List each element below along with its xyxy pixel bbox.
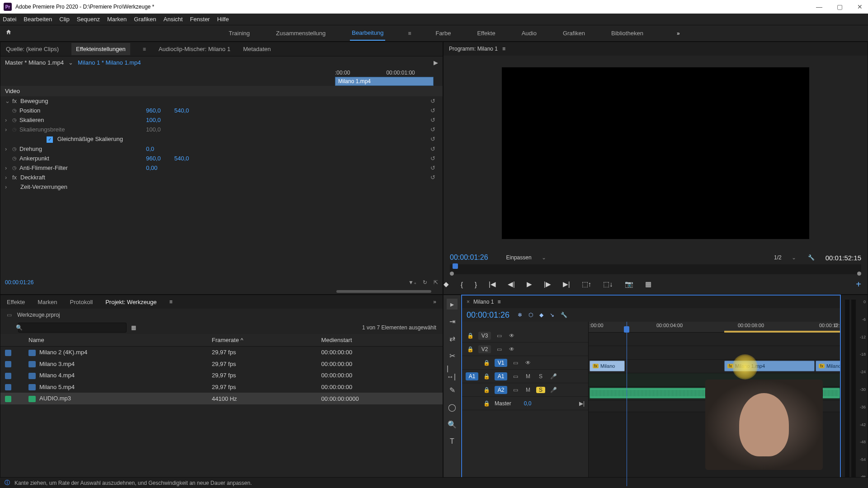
menu-clip[interactable]: Clip bbox=[59, 16, 69, 23]
linked-selection-icon[interactable]: ⬡ bbox=[528, 312, 533, 318]
tab-overflow-icon[interactable]: » bbox=[433, 299, 436, 305]
add-marker-icon[interactable]: ◆ bbox=[539, 312, 543, 318]
twisty-icon[interactable]: ⌄ bbox=[5, 98, 12, 104]
menu-datei[interactable]: Datei bbox=[3, 16, 16, 23]
tab-marken[interactable]: Marken bbox=[38, 299, 57, 305]
lock-icon[interactable]: 🔒 bbox=[482, 387, 491, 393]
drehung-value[interactable]: 0,0 bbox=[146, 145, 154, 152]
menu-marken[interactable]: Marken bbox=[107, 16, 127, 23]
ankerpunkt-x-value[interactable]: 960,0 bbox=[146, 155, 161, 162]
twisty-icon[interactable]: › bbox=[5, 126, 12, 133]
effect-timecode[interactable]: 00:00:01:26 bbox=[5, 279, 33, 286]
fx-badge-icon[interactable]: fx bbox=[12, 174, 20, 181]
tab-effekte[interactable]: Effekte bbox=[7, 299, 25, 305]
stopwatch-icon[interactable]: ◷ bbox=[12, 165, 19, 171]
group-zeit[interactable]: Zeit-Verzerrungen bbox=[20, 183, 147, 190]
eye-icon[interactable]: 👁 bbox=[507, 333, 516, 339]
stopwatch-icon[interactable]: ◷ bbox=[12, 155, 19, 161]
comparison-view-icon[interactable]: ▦ bbox=[645, 280, 651, 288]
workspace-training[interactable]: Training bbox=[227, 26, 251, 40]
tab-projekt[interactable]: Projekt: Werkzeuge bbox=[105, 299, 156, 305]
menu-hilfe[interactable]: Hilfe bbox=[217, 16, 229, 23]
effect-play-icon[interactable]: ▶ bbox=[434, 59, 438, 66]
workspace-audio[interactable]: Audio bbox=[520, 26, 538, 40]
reset-icon[interactable]: ↺ bbox=[430, 174, 435, 181]
wrench-icon[interactable]: 🔧 bbox=[808, 254, 815, 261]
chevron-down-icon[interactable]: ⌄ bbox=[68, 59, 73, 66]
export-frame-icon[interactable]: 📷 bbox=[625, 280, 633, 288]
close-button[interactable]: ✕ bbox=[855, 3, 864, 10]
add-marker-icon[interactable]: ◆ bbox=[443, 280, 449, 288]
col-framerate[interactable]: Framerate ^ bbox=[207, 334, 316, 347]
project-item-row[interactable]: Milano 2 (4K).mp429,97 fps00:00:00:00 bbox=[0, 347, 443, 358]
col-name[interactable]: Name bbox=[24, 334, 207, 347]
step-forward-icon[interactable]: |▶ bbox=[544, 280, 551, 288]
reset-icon[interactable]: ↺ bbox=[430, 117, 435, 123]
effect-clip-bar[interactable]: Milano 1.mp4 bbox=[335, 77, 434, 86]
fx-badge-icon[interactable]: fx bbox=[12, 98, 20, 104]
sync-lock-icon[interactable]: ▭ bbox=[511, 360, 520, 366]
tab-source[interactable]: Quelle: (keine Clips) bbox=[6, 46, 59, 52]
lock-icon[interactable]: 🔒 bbox=[466, 346, 475, 352]
filter-icon[interactable]: ▼₊ bbox=[408, 279, 416, 286]
go-to-end-icon[interactable]: ▶| bbox=[579, 400, 585, 407]
tab-audio-mixer[interactable]: Audioclip-Mischer: Milano 1 bbox=[159, 46, 231, 52]
reset-icon[interactable]: ↺ bbox=[430, 164, 435, 171]
thumbnail-toggle-icon[interactable]: ▦ bbox=[131, 324, 136, 331]
solo-button[interactable]: S bbox=[536, 373, 545, 380]
program-scrub-bar[interactable] bbox=[450, 264, 861, 274]
track-a1-label[interactable]: A1 bbox=[495, 372, 507, 380]
scrub-cap-left[interactable] bbox=[450, 272, 454, 276]
twisty-icon[interactable]: › bbox=[5, 183, 12, 190]
lock-icon[interactable]: 🔒 bbox=[482, 400, 491, 407]
playhead-marker[interactable] bbox=[453, 263, 458, 269]
track-v1-label[interactable]: V1 bbox=[495, 359, 507, 367]
stopwatch-icon[interactable]: ◷ bbox=[12, 117, 19, 123]
uniform-scale-checkbox[interactable]: ✓ bbox=[47, 136, 53, 143]
mute-button[interactable]: M bbox=[524, 373, 533, 380]
anti-flimmer-value[interactable]: 0,00 bbox=[146, 164, 157, 171]
label-chip[interactable] bbox=[5, 361, 11, 367]
skalieren-value[interactable]: 100,0 bbox=[146, 117, 161, 123]
chevron-down-icon[interactable]: ⌄ bbox=[542, 254, 546, 261]
menu-bearbeiten[interactable]: Bearbeiten bbox=[24, 16, 52, 23]
group-bewegung[interactable]: Bewegung bbox=[20, 98, 147, 104]
label-chip[interactable] bbox=[5, 350, 11, 356]
razor-tool-icon[interactable]: ✂ bbox=[447, 350, 458, 361]
tab-menu-icon[interactable]: ≡ bbox=[143, 46, 146, 52]
twisty-icon[interactable]: › bbox=[5, 164, 12, 171]
go-to-out-icon[interactable]: ▶| bbox=[563, 280, 570, 288]
timeline-timecode[interactable]: 00:00:01:26 bbox=[467, 310, 509, 320]
mute-button[interactable]: M bbox=[524, 387, 533, 393]
rectangle-tool-icon[interactable]: ◯ bbox=[447, 402, 458, 413]
lock-icon[interactable]: 🔒 bbox=[466, 333, 475, 339]
twisty-icon[interactable]: › bbox=[5, 174, 12, 181]
sequence-name[interactable]: Milano 1 bbox=[473, 299, 494, 305]
play-icon[interactable]: ▶ bbox=[527, 280, 532, 288]
panel-menu-icon[interactable]: ≡ bbox=[497, 299, 500, 305]
master-value[interactable]: 0,0 bbox=[524, 400, 532, 407]
menu-sequenz[interactable]: Sequenz bbox=[77, 16, 100, 23]
tab-protokoll[interactable]: Protokoll bbox=[70, 299, 93, 305]
settings-icon[interactable]: 🔧 bbox=[561, 312, 567, 318]
minimize-button[interactable]: — bbox=[814, 3, 824, 10]
menu-fenster[interactable]: Fenster bbox=[190, 16, 210, 23]
lock-icon[interactable]: 🔒 bbox=[482, 373, 491, 380]
reset-icon[interactable]: ↺ bbox=[430, 126, 435, 133]
scrub-cap-right[interactable] bbox=[857, 272, 861, 276]
snap-icon[interactable]: ❄ bbox=[518, 312, 522, 318]
mark-out-icon[interactable]: } bbox=[475, 281, 477, 288]
solo-button[interactable]: S bbox=[536, 387, 545, 393]
chevron-down-icon[interactable]: ⌄ bbox=[792, 254, 796, 261]
slip-tool-icon[interactable]: |↔| bbox=[447, 367, 458, 378]
sync-lock-icon[interactable]: ▭ bbox=[511, 387, 520, 393]
workspace-effekte[interactable]: Effekte bbox=[475, 26, 497, 40]
menu-ansicht[interactable]: Ansicht bbox=[163, 16, 183, 23]
reset-icon[interactable]: ↺ bbox=[430, 155, 435, 162]
insert-icon[interactable]: ↘ bbox=[550, 312, 554, 318]
lift-icon[interactable]: ⬚↑ bbox=[582, 280, 592, 288]
label-chip[interactable] bbox=[5, 373, 11, 379]
workspace-bearbeitung[interactable]: Bearbeitung bbox=[350, 26, 385, 41]
panel-menu-icon[interactable]: ≡ bbox=[169, 299, 172, 305]
effect-mini-scrollbar[interactable] bbox=[0, 289, 443, 294]
